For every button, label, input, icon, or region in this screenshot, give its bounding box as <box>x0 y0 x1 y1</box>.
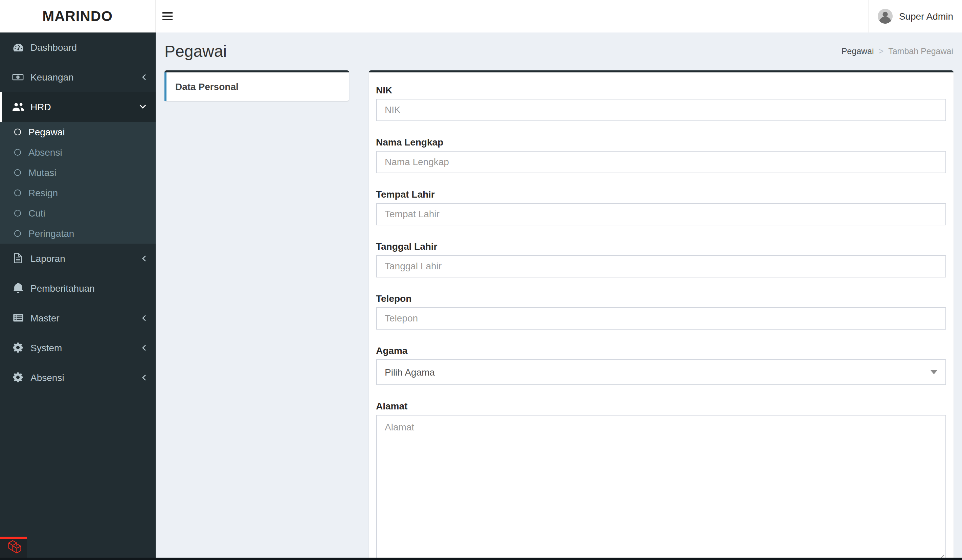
sidebar-item-label: HRD <box>31 101 51 112</box>
top-navbar: MARINDO Super Admin <box>0 0 962 32</box>
content-header: Pegawai Pegawai > Tambah Pegawai <box>165 32 953 70</box>
sidebar-subitem-resign[interactable]: Resign <box>0 182 156 203</box>
alamat-textarea-wrap <box>376 415 946 560</box>
sidebar-item-label: Dashboard <box>31 42 77 52</box>
users-icon <box>11 102 24 111</box>
circle-o-icon <box>14 189 21 196</box>
form-group-nik: NIK <box>376 83 946 121</box>
user-name: Super Admin <box>899 11 953 22</box>
sidebar-subitem-cuti[interactable]: Cuti <box>0 203 156 223</box>
hamburger-icon <box>162 12 172 13</box>
page-title: Pegawai <box>165 42 227 61</box>
nik-input[interactable] <box>376 98 946 121</box>
agama-label: Agama <box>376 344 946 357</box>
sidebar-item-dashboard[interactable]: Dashboard <box>0 32 156 62</box>
sidebar-menu: Dashboard Keuangan HRD <box>0 32 156 392</box>
gear-icon <box>11 342 24 353</box>
file-text-icon <box>11 253 24 263</box>
sidebar-item-label: Absensi <box>31 372 64 383</box>
nama-lengkap-label: Nama Lengkap <box>376 135 946 148</box>
sidebar-item-label: Laporan <box>31 253 65 264</box>
sidebar-subitem-peringatan[interactable]: Peringatan <box>0 223 156 243</box>
chevron-left-icon <box>142 73 146 80</box>
hrd-submenu: Pegawai Absensi Mutasi Resign Cuti <box>0 121 156 243</box>
sidebar-toggle-button[interactable] <box>156 0 179 32</box>
avatar-image <box>878 9 893 24</box>
tanggal-lahir-label: Tanggal Lahir <box>376 239 946 253</box>
content-row: Data Personal NIK Nama Lengkap Tempat La… <box>165 70 953 560</box>
laravel-logo-icon <box>5 540 22 557</box>
alamat-textarea[interactable] <box>376 415 946 559</box>
app-window: MARINDO Super Admin Dashboard <box>0 0 962 560</box>
sidebar-item-label: Keuangan <box>31 71 74 82</box>
telepon-input[interactable] <box>376 307 946 329</box>
circle-o-icon <box>14 210 21 216</box>
sidebar-subitem-pegawai[interactable]: Pegawai <box>0 121 156 142</box>
sidebar-subitem-mutasi[interactable]: Mutasi <box>0 162 156 182</box>
breadcrumb: Pegawai > Tambah Pegawai <box>841 46 953 56</box>
sidebar-item-label: Master <box>31 312 60 323</box>
form-group-tanggal-lahir: Tanggal Lahir <box>376 239 946 277</box>
user-menu[interactable]: Super Admin <box>868 0 962 32</box>
tanggal-lahir-input[interactable] <box>376 255 946 277</box>
sidebar-item-label: Pemberitahuan <box>31 282 95 294</box>
chevron-left-icon <box>142 374 146 381</box>
alamat-label: Alamat <box>376 399 946 413</box>
circle-o-icon <box>14 148 21 155</box>
form-group-alamat: Alamat <box>376 399 946 560</box>
user-avatar <box>878 9 893 24</box>
chevron-left-icon <box>142 255 146 261</box>
tab-data-personal-label: Data Personal <box>175 81 239 92</box>
gear-icon <box>11 372 24 382</box>
chevron-left-icon <box>142 344 146 351</box>
sidebar-item-absensi-system[interactable]: Absensi <box>0 362 156 392</box>
sidebar-item-label: System <box>31 342 62 353</box>
circle-o-icon <box>14 128 21 135</box>
nama-lengkap-input[interactable] <box>376 150 946 173</box>
brand-logo[interactable]: MARINDO <box>0 0 156 32</box>
pegawai-form-card: NIK Nama Lengkap Tempat Lahir Tanggal La… <box>368 70 953 560</box>
agama-select-value: Pilih Agama <box>385 366 435 377</box>
form-group-telepon: Telepon <box>376 291 946 329</box>
tempat-lahir-input[interactable] <box>376 203 946 225</box>
bell-icon <box>11 283 24 293</box>
breadcrumb-separator: > <box>879 46 884 56</box>
sidebar-item-laporan[interactable]: Laporan <box>0 243 156 273</box>
breadcrumb-link-pegawai[interactable]: Pegawai <box>841 46 874 56</box>
form-group-agama: Agama Pilih Agama <box>376 344 946 385</box>
circle-o-icon <box>14 230 21 237</box>
money-icon <box>11 72 24 82</box>
form-group-nama-lengkap: Nama Lengkap <box>376 135 946 173</box>
sidebar-item-pemberitahuan[interactable]: Pemberitahuan <box>0 273 156 303</box>
laravel-debugbar-collapsed-bar <box>0 558 962 560</box>
tab-data-personal[interactable]: Data Personal <box>165 70 349 100</box>
form-group-tempat-lahir: Tempat Lahir <box>376 187 946 225</box>
sidebar-item-master[interactable]: Master <box>0 303 156 332</box>
main-sidebar: Dashboard Keuangan HRD <box>0 32 156 560</box>
sidebar-item-system[interactable]: System <box>0 332 156 362</box>
dashboard-icon <box>11 42 24 52</box>
chevron-left-icon <box>142 314 146 321</box>
sidebar-item-hrd[interactable]: HRD <box>0 92 156 121</box>
nik-label: NIK <box>376 83 946 97</box>
chevron-down-icon <box>139 104 146 109</box>
left-column: Data Personal <box>165 70 349 100</box>
tempat-lahir-label: Tempat Lahir <box>376 187 946 201</box>
circle-o-icon <box>14 169 21 176</box>
sidebar-subitem-absensi[interactable]: Absensi <box>0 142 156 162</box>
chevron-down-icon <box>930 370 937 374</box>
list-icon <box>11 313 24 322</box>
sidebar-item-keuangan[interactable]: Keuangan <box>0 62 156 92</box>
telepon-label: Telepon <box>376 291 946 305</box>
laravel-debugbar-button[interactable] <box>0 536 27 558</box>
main-content: Pegawai Pegawai > Tambah Pegawai Data Pe… <box>156 32 962 560</box>
right-column: NIK Nama Lengkap Tempat Lahir Tanggal La… <box>368 70 953 560</box>
breadcrumb-current: Tambah Pegawai <box>888 46 953 56</box>
agama-select[interactable]: Pilih Agama <box>376 359 946 385</box>
